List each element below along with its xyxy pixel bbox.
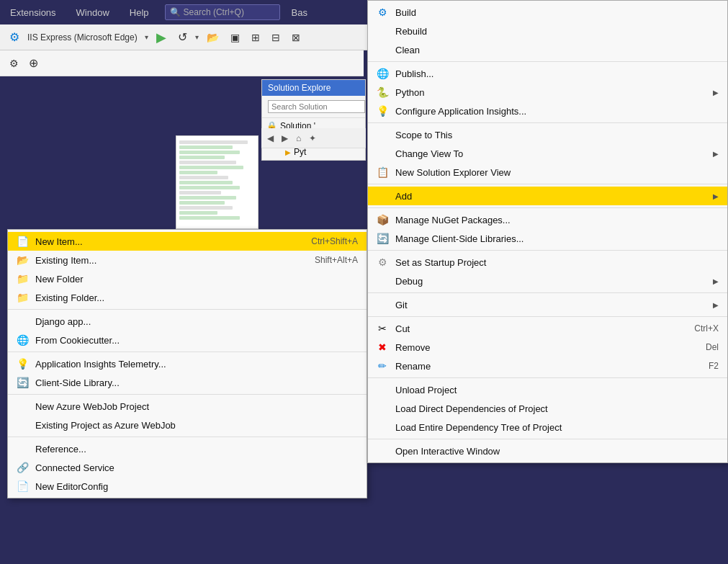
ctx-left-existing-webjob[interactable]: Existing Project as Azure WebJob <box>8 416 367 434</box>
add-btn[interactable]: ⊕ <box>25 54 42 72</box>
change-view-label: Change View To <box>395 148 700 159</box>
menu-help[interactable]: Help <box>125 4 153 21</box>
settings-icon[interactable]: ⚙ <box>6 55 22 71</box>
reference-label: Reference... <box>35 444 358 455</box>
cut-icon: ✂ <box>377 323 388 334</box>
nav-forward[interactable]: ▶ <box>279 132 291 145</box>
client-lib-icon: 🔄 <box>17 377 28 388</box>
connected-service-label: Connected Service <box>35 462 358 473</box>
remove-shortcut: Del <box>706 342 719 352</box>
load-direct-icon <box>377 403 388 414</box>
nav-back[interactable]: ◀ <box>264 132 277 145</box>
rebuild-label: Rebuild <box>395 26 719 37</box>
ctx-right-client-side-lib[interactable]: 🔄 Manage Client-Side Libraries... <box>368 229 727 248</box>
client-side-lib-icon: 🔄 <box>377 233 388 244</box>
ctx-right-publish[interactable]: 🌐 Publish... <box>368 64 727 83</box>
sep-r5 <box>368 250 727 251</box>
second-toolbar: ⚙ ⊕ ◀ ▶ ⌂ ✦ <box>0 50 364 76</box>
toolbar-btn-7[interactable]: ⊠ <box>288 30 304 45</box>
ctx-right-python[interactable]: 🐍 Python <box>368 83 727 102</box>
new-folder-icon: 📁 <box>17 273 28 285</box>
azure-webjob-label: New Azure WebJob Project <box>35 401 358 412</box>
existing-webjob-icon <box>17 419 28 431</box>
ctx-right-unload[interactable]: Unload Project <box>368 380 727 399</box>
ctx-left-new-folder[interactable]: 📁 New Folder <box>8 269 367 288</box>
preview-content <box>176 136 258 224</box>
django-icon <box>17 315 28 327</box>
ctx-right-new-se-view[interactable]: 📋 New Solution Explorer View <box>368 163 727 182</box>
ctx-right-git[interactable]: Git <box>368 295 727 314</box>
nav-star[interactable]: ✦ <box>306 132 319 145</box>
sep-r4 <box>368 207 727 208</box>
global-search-box[interactable]: 🔍 Search (Ctrl+Q) <box>165 4 280 20</box>
cut-label: Cut <box>395 323 687 334</box>
ctx-right-load-direct[interactable]: Load Direct Dependencies of Project <box>368 399 727 418</box>
configure-insights-icon: 💡 <box>377 105 388 117</box>
existing-item-shortcut: Shift+Alt+A <box>315 255 358 265</box>
load-direct-label: Load Direct Dependencies of Project <box>395 403 719 414</box>
git-label: Git <box>395 300 700 310</box>
ctx-right-cut[interactable]: ✂ Cut Ctrl+X <box>368 319 727 338</box>
new-item-shortcut: Ctrl+Shift+A <box>311 236 358 246</box>
restart-button[interactable]: ↺ <box>174 28 191 46</box>
ctx-right-scope[interactable]: Scope to This <box>368 125 727 144</box>
menu-extensions[interactable]: Extensions <box>6 4 60 21</box>
change-view-icon <box>377 148 388 159</box>
new-item-label: New Item... <box>35 236 304 247</box>
server-label: IIS Express (Microsoft Edge) <box>27 32 138 42</box>
ctx-right-open-interactive[interactable]: Open Interactive Window <box>368 442 727 460</box>
ctx-right-debug[interactable]: Debug <box>368 272 727 290</box>
existing-folder-label: Existing Folder... <box>35 292 358 303</box>
ctx-right-rename[interactable]: ✏ Rename F2 <box>368 357 727 375</box>
ctx-right-rebuild[interactable]: Rebuild <box>368 22 727 40</box>
ctx-right-change-view[interactable]: Change View To <box>368 144 727 163</box>
build-label: Build <box>395 7 719 18</box>
ctx-left-django[interactable]: Django app... <box>8 312 367 331</box>
ctx-left-client-lib[interactable]: 🔄 Client-Side Library... <box>8 373 367 392</box>
client-lib-label: Client-Side Library... <box>35 377 358 388</box>
ctx-right-clean[interactable]: Clean <box>368 40 727 59</box>
ctx-left-new-item[interactable]: 📄 New Item... Ctrl+Shift+A <box>8 232 367 251</box>
ctx-right-load-tree[interactable]: Load Entire Dependency Tree of Project <box>368 418 727 437</box>
editor-config-label: New EditorConfig <box>35 481 358 492</box>
ctx-right-set-startup[interactable]: ⚙ Set as Startup Project <box>368 253 727 272</box>
load-tree-label: Load Entire Dependency Tree of Project <box>395 422 719 433</box>
ctx-right-configure-insights[interactable]: 💡 Configure Application Insights... <box>368 102 727 120</box>
ctx-right-add[interactable]: Add <box>368 187 727 205</box>
search-placeholder: Search (Ctrl+Q) <box>184 7 244 17</box>
azure-webjob-icon <box>17 400 28 412</box>
cookiecutter-icon: 🌐 <box>17 334 28 346</box>
ctx-left-connected-service[interactable]: 🔗 Connected Service <box>8 458 367 477</box>
toolbar-btn-5[interactable]: ⊞ <box>248 30 264 45</box>
toolbar-btn-4[interactable]: ▣ <box>227 30 243 45</box>
configure-insights-label: Configure Application Insights... <box>395 106 719 117</box>
build-icon-btn[interactable]: ⚙ <box>6 28 23 46</box>
ctx-left-azure-webjob[interactable]: New Azure WebJob Project <box>8 397 367 416</box>
ctx-left-existing-item[interactable]: 📂 Existing Item... Shift+Alt+A <box>8 251 367 269</box>
sep-r6 <box>368 292 727 293</box>
toolbar-btn-3[interactable]: 📂 <box>203 30 223 45</box>
menu-window[interactable]: Window <box>72 4 114 21</box>
run-button[interactable]: ▶ <box>153 27 170 48</box>
ctx-right-remove[interactable]: ✖ Remove Del <box>368 338 727 357</box>
ctx-left-cookiecutter[interactable]: 🌐 From Cookiecutter... <box>8 331 367 349</box>
toolbar-btn-6[interactable]: ⊟ <box>268 30 284 45</box>
se-search-input[interactable] <box>268 100 365 113</box>
ctx-left-reference[interactable]: Reference... <box>8 439 367 458</box>
remove-icon: ✖ <box>377 341 388 353</box>
git-icon <box>377 299 388 310</box>
ctx-left-insights[interactable]: 💡 Application Insights Telemetry... <box>8 354 367 373</box>
existing-folder-icon: 📁 <box>17 292 28 303</box>
open-interactive-icon <box>377 445 388 457</box>
restart-dropdown[interactable]: ▾ <box>195 33 199 41</box>
unload-icon <box>377 384 388 395</box>
nav-home[interactable]: ⌂ <box>293 132 304 145</box>
ctx-left-editor-config[interactable]: 📄 New EditorConfig <box>8 477 367 496</box>
ctx-right-nuget[interactable]: 📦 Manage NuGet Packages... <box>368 210 727 229</box>
ctx-left-existing-folder[interactable]: 📁 Existing Folder... <box>8 288 367 307</box>
rebuild-icon <box>377 25 388 37</box>
server-dropdown-arrow[interactable]: ▾ <box>145 33 148 41</box>
ctx-right-build[interactable]: ⚙ Build <box>368 3 727 22</box>
unload-label: Unload Project <box>395 385 719 395</box>
expand-arrow-2: ▶ <box>285 148 291 156</box>
